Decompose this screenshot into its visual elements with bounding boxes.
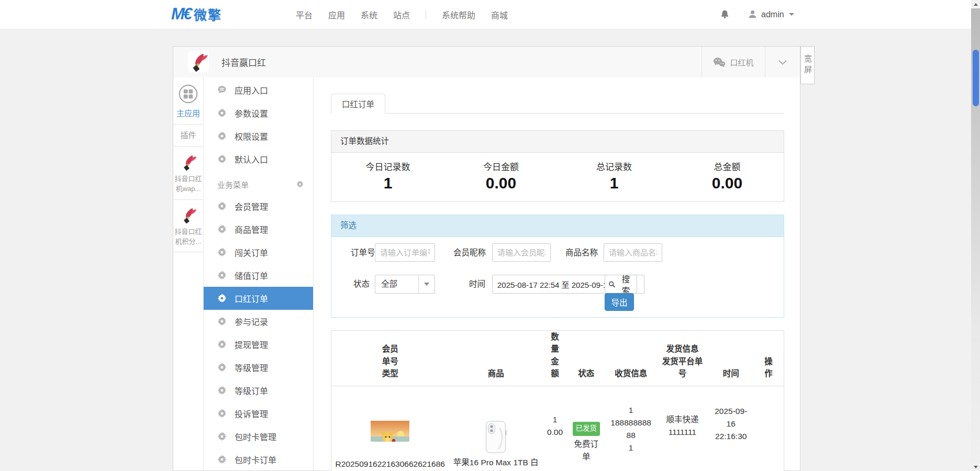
arrow-up-icon	[974, 3, 978, 6]
stat-label: 今日记录数	[331, 160, 444, 173]
business-menu-section: 业务菜单	[204, 174, 313, 195]
sidebar-item-stored-value-orders[interactable]: 储值订单	[204, 264, 313, 287]
sidebar-item-default-entry[interactable]: 默认入口	[204, 148, 313, 171]
orders-table-panel: 会员 单号 类型 商品 数 量 金 额 状态 收货信息 发货信息 发货平台单 号…	[331, 330, 784, 471]
sidebar-item-label: 等级管理	[235, 361, 268, 374]
col-product: 商品	[449, 367, 543, 386]
table-row: R202509162216306626216866 实体订单	[331, 386, 784, 471]
col-shipping-info: 发货信息 发货平台单 号	[656, 343, 709, 386]
sidebar-item-params[interactable]: 参数设置	[204, 102, 313, 125]
gear-icon	[217, 409, 227, 418]
select-caret	[418, 275, 435, 293]
user-menu[interactable]: admin	[748, 9, 794, 19]
col-qty-amount: 数 量 金 额	[543, 331, 567, 386]
stat-label: 今日金额	[444, 160, 558, 173]
gear-icon[interactable]	[296, 181, 304, 188]
nickname-input[interactable]	[492, 243, 551, 262]
cell-receiver: 1 18888888888 1	[606, 386, 656, 454]
sidebar-item-app-entry[interactable]: 应用入口	[204, 78, 313, 102]
gear-icon	[217, 154, 227, 164]
tab-lipstick-orders[interactable]: 口红订单	[331, 94, 385, 114]
gear-icon	[217, 340, 227, 349]
rail-item-plugin-wap[interactable]: 抖音口红机wap...	[173, 147, 203, 200]
gear-icon	[217, 108, 227, 118]
sidebar-item-members[interactable]: 会员管理	[204, 195, 313, 218]
main-app-label: 主应用	[173, 107, 203, 118]
cell-product: 苹果16 Pro Max 1TB 白色钛金属 官方正品	[449, 386, 543, 471]
gear-icon	[217, 201, 227, 211]
notification-bell-icon[interactable]	[720, 9, 730, 19]
tab-bar: 口红订单	[331, 94, 784, 114]
collapse-header-button[interactable]	[765, 47, 800, 77]
status-badge: 已发货	[573, 422, 600, 436]
sidebar-item-time-card-orders[interactable]: 包时卡订单	[204, 448, 313, 471]
rail-item-main-app[interactable]: 主应用	[173, 77, 203, 125]
wechat-icon	[713, 57, 726, 68]
sidebar-item-label: 会员管理	[235, 200, 268, 212]
sidebar-item-levels[interactable]: 等级管理	[204, 356, 313, 379]
widescreen-toggle[interactable]: 宽屏	[800, 46, 815, 84]
product-image	[484, 408, 508, 441]
product-name-input[interactable]	[604, 243, 662, 262]
nav-item-system[interactable]: 系统	[361, 8, 377, 21]
order-no-input[interactable]	[375, 243, 435, 262]
nav-item-platform[interactable]: 平台	[296, 8, 313, 21]
cell-time: 2025-09-16 22:16:30	[708, 386, 753, 443]
time-label: 时间	[469, 275, 485, 293]
product-name-label: 商品名称	[565, 243, 598, 262]
sidebar-item-lipstick-orders[interactable]: 口红订单	[204, 287, 313, 310]
chevron-down-icon	[777, 57, 788, 68]
order-number: R202509162216306626216866	[335, 459, 444, 471]
sidebar-item-withdrawals[interactable]: 提现管理	[204, 333, 313, 356]
member-avatar	[371, 408, 409, 442]
export-button[interactable]: 导出	[605, 293, 634, 311]
sidebar-item-permissions[interactable]: 权限设置	[204, 125, 313, 148]
channel-button[interactable]: 口红机	[702, 47, 765, 77]
channel-label: 口红机	[730, 57, 753, 68]
nav-item-store[interactable]: 商城	[491, 8, 508, 21]
nav-item-help[interactable]: 系统帮助	[442, 8, 475, 21]
cell-status: 已发货 免费订单	[567, 386, 606, 471]
sidebar-item-products[interactable]: 商品管理	[204, 218, 313, 241]
scrollbar[interactable]	[971, 0, 980, 471]
sidebar-item-label: 口红订单	[235, 292, 268, 305]
plugin-label: 抖音口红机积分...	[174, 227, 203, 247]
weengine-logo[interactable]: M€ 微擎	[171, 5, 222, 24]
stat-label: 总金额	[671, 160, 784, 173]
stat-value: 1	[558, 174, 671, 192]
sidebar-item-participation[interactable]: 参与记录	[204, 310, 313, 333]
plugin-label: 抖音口红机wap...	[174, 174, 203, 194]
sidebar-item-level-pass-orders[interactable]: 闯关订单	[204, 241, 313, 264]
sidebar-item-label: 提现管理	[235, 338, 268, 351]
search-button[interactable]: 搜索	[605, 275, 637, 294]
order-no-label: 订单号	[351, 243, 375, 262]
sidebar-item-level-orders[interactable]: 等级订单	[204, 379, 313, 402]
status-select[interactable]: 全部	[375, 275, 435, 294]
sidebar-item-label: 投诉管理	[235, 407, 268, 420]
nav-item-site[interactable]: 站点	[393, 8, 410, 21]
cell-actions	[753, 386, 784, 396]
sidebar-menu: 应用入口 参数设置 权限设置 默认入口 业务菜单 会员管理 商品管理 闯关	[204, 77, 313, 470]
gear-icon	[217, 363, 227, 372]
sidebar-item-label: 权限设置	[235, 130, 268, 142]
nav-item-apps[interactable]: 应用	[328, 8, 345, 21]
stat-label: 总记录数	[558, 160, 671, 173]
scrollbar-down-button[interactable]	[971, 463, 980, 471]
sidebar-item-label: 等级订单	[235, 384, 268, 397]
col-status: 状态	[567, 367, 606, 386]
product-name: 苹果16 Pro Max 1TB 白色钛金属	[453, 458, 539, 471]
sidebar-item-complaints[interactable]: 投诉管理	[204, 402, 313, 425]
stat-value: 1	[331, 174, 444, 192]
app-title: 抖音赢口红	[221, 47, 266, 77]
plugins-section-label: 插件	[173, 125, 203, 147]
rail-item-plugin-points[interactable]: 抖音口红机积分...	[173, 200, 203, 253]
username: admin	[761, 10, 784, 19]
scrollbar-thumb[interactable]	[973, 50, 979, 106]
sidebar-item-time-card-mgmt[interactable]: 包时卡管理	[204, 425, 313, 448]
sidebar-item-label: 储值订单	[235, 269, 268, 282]
sidebar-item-label: 闯关订单	[235, 246, 268, 259]
main-content: 口红订单 订单数据统计 今日记录数 1 今日金额 0.00 总记录数 1 总	[313, 77, 800, 470]
cell-member: R202509162216306626216866 实体订单	[331, 386, 449, 471]
lipstick-plugin-icon	[180, 206, 197, 224]
scrollbar-up-button[interactable]	[971, 0, 980, 8]
